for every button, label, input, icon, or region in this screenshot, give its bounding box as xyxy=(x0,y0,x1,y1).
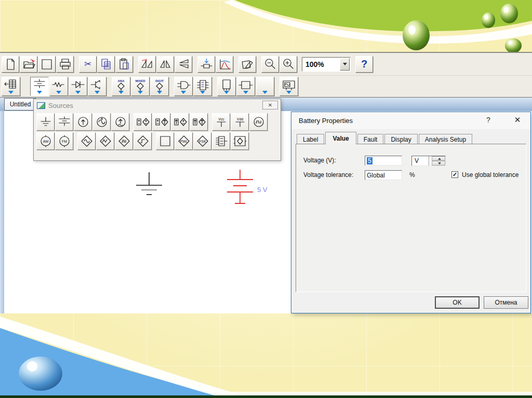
svg-text:8: 8 xyxy=(224,80,229,89)
piecewise-linear-source-button[interactable] xyxy=(156,132,174,150)
svg-text:FSK: FSK xyxy=(199,140,206,143)
vc-triangle-oscillator-button[interactable] xyxy=(96,132,114,150)
main-toolbar: ✂ xyxy=(0,53,532,76)
component-properties-button[interactable] xyxy=(238,56,256,73)
voltage-tolerance-input[interactable]: Global xyxy=(365,170,402,180)
mixed-ics-group-button[interactable]: MIXED xyxy=(131,77,150,96)
help-button[interactable]: ? xyxy=(355,56,373,73)
vc-square-oscillator-button[interactable] xyxy=(115,132,133,150)
misc-m-icon: M xyxy=(257,79,273,91)
voltage-tolerance-label: Voltage tolerance: xyxy=(303,171,353,179)
analog-ics-group-button[interactable]: ANA xyxy=(112,77,130,96)
combo-dropdown-button[interactable] xyxy=(340,58,350,71)
clock-source-button[interactable] xyxy=(249,113,268,131)
cancel-button[interactable]: Отмена xyxy=(484,296,528,309)
zoom-in-button[interactable] xyxy=(280,56,297,73)
am-source-button[interactable]: AM xyxy=(36,132,55,150)
instruments-group-button[interactable] xyxy=(280,77,298,96)
save-button[interactable] xyxy=(38,56,56,73)
miscellaneous-group-button[interactable]: M xyxy=(256,77,274,96)
cut-button[interactable]: ✂ xyxy=(79,56,97,73)
basic-group-button[interactable] xyxy=(49,77,68,96)
create-subcircuit-button[interactable] xyxy=(197,56,215,73)
controlled-one-shot-button[interactable] xyxy=(134,132,152,150)
palette-row-1: Vcc Vdd xyxy=(34,113,281,131)
dialog-help-button[interactable]: ? xyxy=(484,116,493,124)
open-button[interactable] xyxy=(20,56,37,73)
ac-voltage-source-button[interactable] xyxy=(92,113,111,131)
close-icon: ✕ xyxy=(268,102,272,108)
rotate-button[interactable] xyxy=(138,56,156,73)
paste-button[interactable] xyxy=(115,56,133,73)
voltage-input[interactable]: 5 xyxy=(365,156,402,166)
battery-icon xyxy=(57,116,72,128)
document-title-tab[interactable]: Untitled xyxy=(4,98,36,111)
diodes-group-button[interactable] xyxy=(69,77,87,96)
flip-horizontal-button[interactable] xyxy=(156,56,174,73)
logic-gates-group-button[interactable] xyxy=(174,77,193,96)
palette-close-button[interactable]: ✕ xyxy=(262,101,278,109)
fsk-source-button[interactable]: FSK xyxy=(193,132,211,150)
cccs-button[interactable] xyxy=(190,113,208,131)
ac-current-source-button[interactable] xyxy=(111,113,129,131)
digital-group-button[interactable] xyxy=(193,77,212,96)
dc-current-source-button[interactable] xyxy=(74,113,92,131)
vc-piecewise-linear-button[interactable]: PWL xyxy=(175,132,193,150)
zoom-level-combo[interactable]: 100% xyxy=(302,57,351,72)
chevron-down-icon xyxy=(343,63,347,65)
favorites-icon xyxy=(4,79,18,90)
printer-icon xyxy=(58,58,72,71)
battery-button[interactable] xyxy=(55,113,73,131)
ok-button[interactable]: OK xyxy=(435,296,480,309)
parts-toolbar: ANA MIXED DIGIT 8 xyxy=(0,76,532,97)
use-global-tolerance-label: Use global tolerance xyxy=(462,171,518,179)
vc-sine-oscillator-button[interactable] xyxy=(77,132,96,150)
ground-symbol[interactable] xyxy=(136,172,162,195)
vcvs-button[interactable] xyxy=(134,113,152,131)
use-global-tolerance-checkbox[interactable]: ✓ xyxy=(451,171,458,178)
sources-group-button[interactable] xyxy=(30,77,49,96)
favorites-button[interactable] xyxy=(2,77,20,96)
fm-source-icon: FM xyxy=(57,135,72,147)
dialog-close-button[interactable]: ✕ xyxy=(512,115,523,125)
tolerance-row: Voltage tolerance: Global % ✓ Use global… xyxy=(296,170,526,181)
dialog-title: Battery Properties xyxy=(299,117,353,125)
spin-down-button[interactable] xyxy=(432,161,446,166)
tab-fault[interactable]: Fault xyxy=(357,134,384,144)
print-button[interactable] xyxy=(56,56,74,73)
voltage-unit-spinner[interactable]: V xyxy=(411,156,446,166)
tab-label[interactable]: Label xyxy=(297,134,324,144)
ccvs-button[interactable] xyxy=(171,113,189,131)
vccs-button[interactable] xyxy=(152,113,170,131)
vdd-source-button[interactable]: Vdd xyxy=(231,113,249,131)
digital-ics-group-button[interactable]: DIGIT xyxy=(150,77,169,96)
vcvs-icon xyxy=(136,116,150,128)
sources-palette-titlebar[interactable]: Sources ✕ xyxy=(34,99,281,112)
nonlinear-dependent-source-button[interactable] xyxy=(231,132,249,150)
voltage-value-selected: 5 xyxy=(367,157,373,164)
fm-source-button[interactable]: FM xyxy=(55,132,73,150)
resistor-icon xyxy=(51,79,66,90)
tab-value[interactable]: Value xyxy=(325,132,356,144)
zoom-out-button[interactable] xyxy=(261,56,279,73)
tab-analysis-setup[interactable]: Analysis Setup xyxy=(419,134,472,144)
am-source-icon: AM xyxy=(38,135,53,147)
tab-display[interactable]: Display xyxy=(384,134,417,144)
slide-bottom-bar xyxy=(0,395,532,398)
controls-group-button[interactable]: f xyxy=(236,77,255,96)
spin-up-button[interactable] xyxy=(432,156,446,161)
battery-symbol-selected[interactable] xyxy=(227,170,253,203)
new-button[interactable] xyxy=(2,56,19,73)
transistors-group-button[interactable] xyxy=(88,77,107,96)
ground-button[interactable] xyxy=(36,113,55,131)
dialog-titlebar[interactable]: Battery Properties ? ✕ xyxy=(291,112,530,129)
display-graphs-button[interactable] xyxy=(216,56,233,73)
properties-pencil-icon xyxy=(241,58,254,71)
indicators-group-button[interactable]: 8 xyxy=(217,77,236,96)
polynomial-source-button[interactable] xyxy=(212,132,230,150)
new-file-icon xyxy=(4,58,17,71)
flip-vertical-button[interactable] xyxy=(175,56,192,73)
dc-current-source-icon xyxy=(76,116,90,128)
copy-button[interactable] xyxy=(97,56,115,73)
vcc-source-button[interactable]: Vcc xyxy=(212,113,230,131)
